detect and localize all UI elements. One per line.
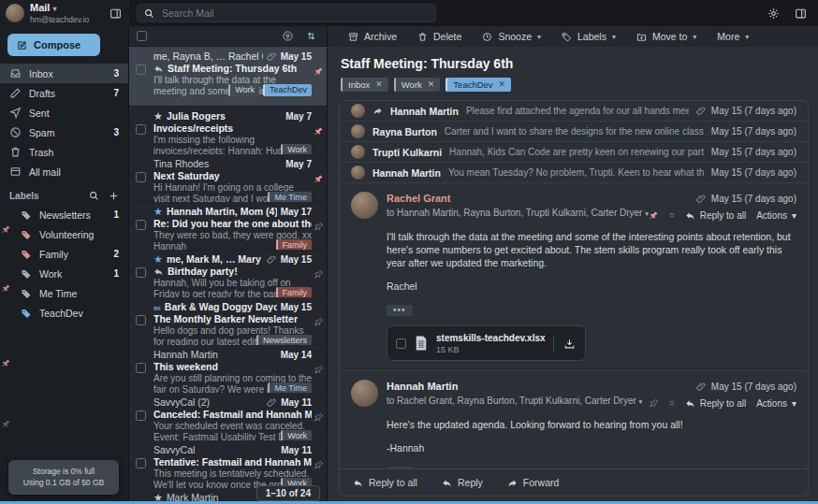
more-button[interactable]: More ▾: [717, 31, 749, 42]
checkbox[interactable]: [136, 363, 146, 373]
reply-to-all-button[interactable]: Reply to all: [685, 209, 746, 223]
actions-button[interactable]: Actions▾: [756, 209, 796, 223]
account-avatar[interactable]: [6, 4, 24, 22]
star-icon[interactable]: ★: [153, 254, 163, 265]
add-label-icon[interactable]: [109, 191, 119, 201]
avatar: [351, 124, 365, 138]
archive-button[interactable]: Archive: [348, 31, 397, 42]
date: May 15 (7 days ago): [711, 192, 796, 206]
thread-tag-work[interactable]: Work✕: [394, 78, 441, 92]
list-item[interactable]: ★ Hannah Martin, Mom (4) May 17 Re: Did …: [129, 202, 327, 250]
snooze-button[interactable]: Snooze ▾: [482, 31, 541, 42]
labels-button[interactable]: Labels ▾: [562, 31, 616, 42]
attachment-card[interactable]: stemskills-teachdev.xlsx 15 KB: [387, 325, 586, 361]
collapsed-message[interactable]: Rayna Burton Carter and I want to share …: [340, 122, 808, 142]
sidebar-item-inbox[interactable]: Inbox 3: [0, 64, 128, 83]
sidebar-item-sent[interactable]: Sent: [0, 103, 128, 122]
search-input[interactable]: [160, 7, 429, 20]
list-item[interactable]: me, Rayna B, … Rachel G (6) May 15 Staff…: [129, 47, 327, 107]
thread-tag-teachdev[interactable]: TeachDev✕: [446, 78, 511, 92]
pin-icon[interactable]: [314, 269, 324, 280]
folder-icon: [636, 32, 647, 42]
list-item[interactable]: SavvyCal May 11 Tentative: Fastmail and …: [129, 440, 327, 488]
remove-tag-icon[interactable]: ✕: [428, 78, 435, 92]
list-item[interactable]: ∞ Bark & Wag Doggy Daycare May 15 The Mo…: [129, 297, 327, 345]
select-all-checkbox[interactable]: [137, 31, 147, 41]
checkbox[interactable]: [136, 124, 146, 135]
compose-button[interactable]: Compose: [7, 34, 100, 56]
read-status-icon[interactable]: ○: [669, 209, 674, 223]
collapsed-message[interactable]: Hannah Martin Please find attached the a…: [340, 101, 808, 122]
thread-tag-inbox[interactable]: Inbox✕: [341, 78, 388, 92]
list-item[interactable]: ★ me, Mark M, … Mary G (8) May 15 Birthd…: [129, 250, 327, 297]
collapsed-message[interactable]: Trupti Kulkarni Hannah, Kids Can Code ar…: [340, 142, 808, 163]
list-item[interactable]: SavvyCal (2) May 11 Canceled: Fastmail a…: [129, 393, 327, 440]
attachment-checkbox[interactable]: [396, 338, 406, 349]
sidebar-item-spam[interactable]: Spam 3: [0, 122, 128, 142]
settings-gear-icon[interactable]: [767, 7, 780, 20]
pin-icon[interactable]: [314, 66, 324, 77]
label-search-icon[interactable]: [89, 191, 99, 201]
thread-card: Hannah Martin Please find attached the a…: [339, 100, 809, 497]
sort-icon[interactable]: [305, 30, 317, 42]
reading-pane-toggle-icon[interactable]: [795, 7, 807, 20]
pin-icon[interactable]: [649, 398, 659, 409]
pin-icon[interactable]: [314, 174, 324, 184]
sidebar-label-teachdev[interactable]: TeachDev: [0, 303, 128, 323]
sidebar-label-me-time[interactable]: Me Time: [0, 283, 128, 303]
checkbox[interactable]: [136, 458, 146, 468]
sender: me, Mark M, … Mary G (8): [167, 253, 263, 266]
pin-icon[interactable]: [314, 365, 324, 375]
reply-to-all-button[interactable]: Reply to all: [353, 477, 417, 488]
list-item[interactable]: ★ Julia Rogers May 7 Invoices/receipts I…: [129, 107, 327, 154]
recipients[interactable]: to Rachel Grant, Rayna Burton, Trupti Ku…: [387, 395, 640, 409]
sidebar-toggle-icon[interactable]: [108, 6, 124, 22]
sidebar-label-work[interactable]: Work 1: [0, 264, 128, 283]
date: May 15: [281, 253, 312, 266]
label-chip[interactable]: TeachDev: [263, 84, 312, 96]
actions-button[interactable]: Actions▾: [756, 396, 796, 410]
filter-icon[interactable]: [282, 30, 294, 42]
list-item[interactable]: Hannah Martin May 14 This weekend Are yo…: [129, 345, 327, 393]
pin-icon[interactable]: [314, 317, 324, 327]
thread-scroll-area[interactable]: Hannah Martin Please find attached the a…: [340, 101, 808, 468]
pin-icon[interactable]: [314, 460, 324, 470]
label-chip[interactable]: Work: [228, 84, 259, 96]
reply-to-all-button[interactable]: Reply to all: [685, 396, 746, 410]
pin-icon[interactable]: [649, 210, 659, 221]
checkbox[interactable]: [136, 315, 146, 325]
list-item[interactable]: Tina Rhodes May 7 Next Saturday Hi Hanna…: [129, 154, 327, 202]
star-icon[interactable]: ★: [153, 207, 163, 217]
reply-button[interactable]: Reply: [442, 477, 483, 488]
sidebar-label-volunteering[interactable]: Volunteering: [0, 224, 128, 244]
sidebar-item-trash[interactable]: Trash: [0, 142, 128, 162]
checkbox[interactable]: [136, 410, 146, 421]
recipients[interactable]: to Hannah Martin, Rayna Burton, Trupti K…: [387, 207, 640, 221]
sidebar-label-family[interactable]: Family 2: [0, 244, 128, 264]
checkbox[interactable]: [136, 220, 146, 230]
sidebar-item-all-mail[interactable]: All mail: [0, 162, 128, 181]
storage-line2: Using 0.1 GB of 50 GB: [12, 477, 115, 489]
delete-button[interactable]: Delete: [417, 31, 461, 42]
sidebar-item-drafts[interactable]: Drafts 7: [0, 83, 128, 103]
remove-tag-icon[interactable]: ✕: [499, 78, 506, 92]
checkbox[interactable]: [136, 65, 146, 75]
checkbox[interactable]: [136, 267, 146, 278]
move-to-button[interactable]: Move to ▾: [636, 31, 696, 42]
sidebar-label-newsletters[interactable]: Newsletters 1: [0, 205, 128, 224]
forward-button[interactable]: Forward: [507, 477, 560, 488]
show-quoted-text-button[interactable]: •••: [387, 305, 413, 316]
star-icon[interactable]: ★: [153, 111, 163, 122]
pin-icon[interactable]: [314, 126, 324, 137]
download-icon[interactable]: [553, 335, 585, 353]
pin-icon[interactable]: [314, 412, 324, 423]
account-header[interactable]: Mail ▾ hm@teachdev.io: [0, 0, 129, 26]
avatar: [351, 380, 378, 407]
pin-icon[interactable]: [314, 222, 324, 232]
collapsed-message[interactable]: Hannah Martin You mean Tuesday? No probl…: [340, 163, 808, 183]
remove-tag-icon[interactable]: ✕: [375, 78, 383, 92]
checkbox[interactable]: [136, 172, 146, 182]
search-bar[interactable]: [137, 4, 436, 22]
read-status-icon[interactable]: ○: [669, 397, 674, 410]
pagination-indicator[interactable]: 1–10 of 24: [256, 485, 320, 501]
